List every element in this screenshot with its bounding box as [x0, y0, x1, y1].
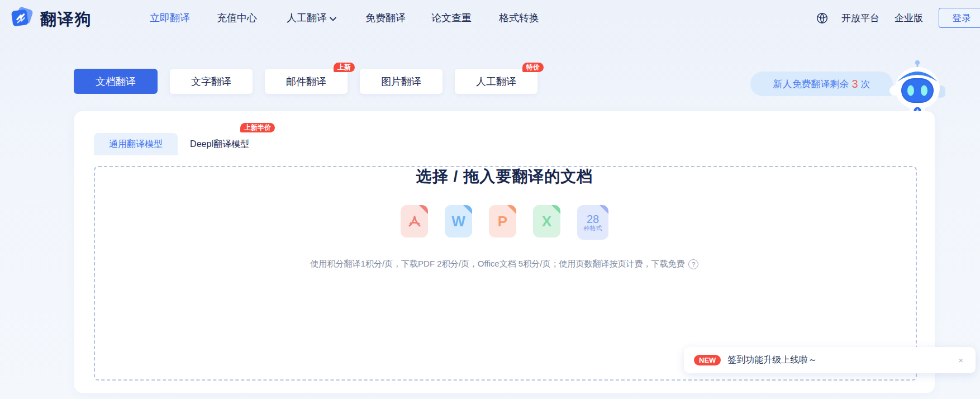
excel-file-icon: X [533, 205, 560, 238]
fold-corner [507, 205, 516, 214]
tab-label: Deepl翻译模型 [190, 139, 249, 150]
nav-item-paper-plagiarism-check[interactable]: 论文查重 [431, 0, 472, 36]
free-quota-text: 新人免费翻译剩余 [773, 78, 849, 91]
tab-label: 邮件翻译 [286, 75, 326, 88]
formats-number: 28 [587, 213, 599, 225]
excel-letter: X [542, 213, 551, 230]
enterprise-label: 企业版 [895, 12, 923, 25]
new-toast-badge: NEW [694, 355, 721, 365]
nav-label: 充值中心 [217, 11, 257, 25]
enterprise-link[interactable]: 企业版 [895, 0, 923, 36]
tab-label: 图片翻译 [381, 75, 421, 88]
nav-label: 免费翻译 [365, 11, 406, 25]
open-platform-link[interactable]: 开放平台 [841, 0, 879, 36]
tab-label: 文档翻译 [96, 75, 136, 88]
nav-item-translate-now[interactable]: 立即翻译 [150, 0, 190, 36]
free-quota-unit: 次 [861, 78, 870, 91]
brand-logo[interactable]: 翻译狗 [10, 6, 92, 33]
fold-corner [600, 205, 608, 214]
tab-email-translation[interactable]: 邮件翻译 [265, 69, 348, 94]
tab-text-translation[interactable]: 文字翻译 [170, 69, 253, 94]
ppt-letter: P [498, 213, 507, 230]
pdf-glyph [407, 214, 422, 229]
word-file-icon: W [445, 205, 472, 238]
free-quota-count: 3 [851, 78, 858, 91]
supported-file-icons: W P X 28 种格式 [74, 205, 935, 240]
free-quota-bubble: 新人免费翻译剩余 3 次 [750, 72, 893, 96]
toast-message: 签到功能升级上线啦～ [727, 354, 949, 366]
login-button[interactable]: 登录 [939, 8, 980, 28]
fold-corner [419, 205, 428, 214]
help-glyph: ? [692, 261, 695, 268]
tab-document-translation[interactable]: 文档翻译 [74, 69, 158, 94]
tab-deepl-model[interactable]: Deepl翻译模型 [178, 133, 261, 155]
new-badge: 上新 [334, 63, 355, 72]
notification-toast: NEW 签到功能升级上线啦～ × [684, 347, 976, 373]
nav-item-human-translation[interactable]: 人工翻译 [287, 0, 336, 36]
open-platform-label: 开放平台 [841, 12, 879, 25]
robot-mascot[interactable] [889, 58, 945, 114]
tab-label: 人工翻译 [476, 75, 516, 88]
formats-count-icon: 28 种格式 [577, 205, 608, 240]
special-price-badge: 特价 [522, 63, 544, 72]
pricing-note-row: 使用积分翻译1积分/页，下载PDF 2积分/页，Office文档 5积分/页；使… [74, 259, 935, 269]
nav-label: 人工翻译 [287, 11, 327, 25]
header: 翻译狗 立即翻译 充值中心 人工翻译 免费翻译 论文查重 格式转换 [0, 0, 980, 36]
new-half-price-badge: 上新半价 [240, 123, 275, 132]
brand-logo-icon [10, 6, 35, 33]
language-globe-icon[interactable] [816, 0, 829, 36]
nav-label: 立即翻译 [150, 11, 190, 25]
login-label: 登录 [952, 12, 971, 25]
nav-item-recharge-center[interactable]: 充值中心 [217, 0, 257, 36]
brand-name: 翻译狗 [40, 8, 92, 31]
pdf-file-icon [401, 205, 428, 238]
tab-label: 文字翻译 [191, 75, 231, 88]
nav-item-free-translation[interactable]: 免费翻译 [365, 0, 406, 36]
ppt-file-icon: P [489, 205, 516, 238]
tab-general-model[interactable]: 通用翻译模型 [94, 133, 178, 155]
dropzone-title: 选择 / 拖入要翻译的文档 [74, 166, 935, 187]
pricing-note: 使用积分翻译1积分/页，下载PDF 2积分/页，Office文档 5积分/页；使… [311, 259, 685, 269]
formats-label: 种格式 [584, 225, 602, 232]
nav-item-format-conversion[interactable]: 格式转换 [499, 0, 539, 36]
help-icon[interactable]: ? [688, 259, 698, 269]
page: 翻译狗 立即翻译 充值中心 人工翻译 免费翻译 论文查重 格式转换 [0, 0, 980, 399]
fold-corner [463, 205, 472, 214]
nav-label: 格式转换 [499, 11, 539, 25]
tab-image-translation[interactable]: 图片翻译 [360, 69, 443, 94]
tab-label: 通用翻译模型 [109, 139, 163, 150]
fold-corner [551, 205, 560, 214]
tab-human-translation[interactable]: 人工翻译 [455, 69, 537, 94]
chevron-down-icon [330, 12, 336, 24]
nav-label: 论文查重 [431, 11, 472, 25]
word-letter: W [451, 213, 465, 230]
close-icon[interactable]: × [956, 355, 965, 365]
